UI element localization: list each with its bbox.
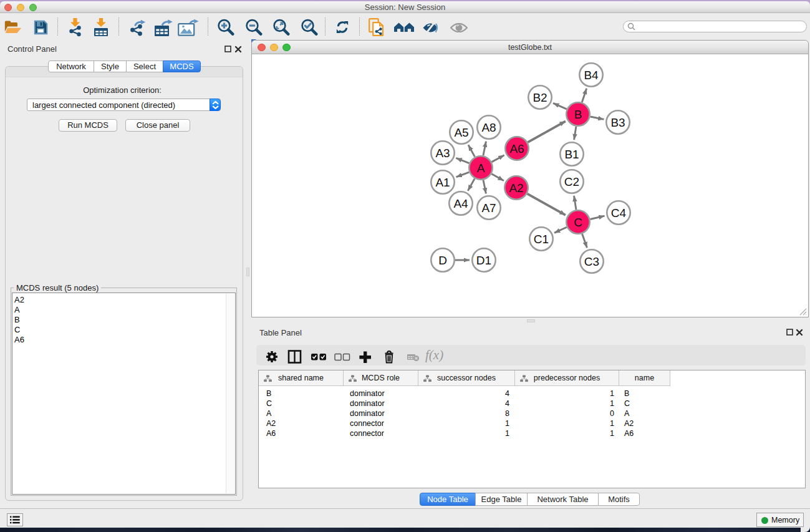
svg-text:A1: A1 <box>435 176 450 189</box>
svg-text:C3: C3 <box>584 255 599 268</box>
svg-text:B4: B4 <box>584 69 599 82</box>
svg-text:A: A <box>477 162 485 175</box>
svg-text:A8: A8 <box>481 121 496 134</box>
svg-text:B2: B2 <box>533 91 547 104</box>
svg-text:A6: A6 <box>509 142 524 155</box>
svg-text:C2: C2 <box>564 175 579 188</box>
svg-text:A5: A5 <box>454 126 468 139</box>
svg-text:B3: B3 <box>610 116 625 129</box>
svg-text:C: C <box>574 216 582 229</box>
svg-text:D: D <box>438 254 447 267</box>
svg-text:B: B <box>574 108 582 121</box>
svg-text:A2: A2 <box>509 181 523 195</box>
svg-text:C4: C4 <box>611 206 627 220</box>
svg-text:D1: D1 <box>476 254 491 267</box>
svg-text:A3: A3 <box>435 147 450 160</box>
svg-text:C1: C1 <box>534 233 549 246</box>
svg-text:B1: B1 <box>564 148 579 161</box>
svg-text:A4: A4 <box>453 197 468 210</box>
svg-text:A7: A7 <box>481 201 496 215</box>
